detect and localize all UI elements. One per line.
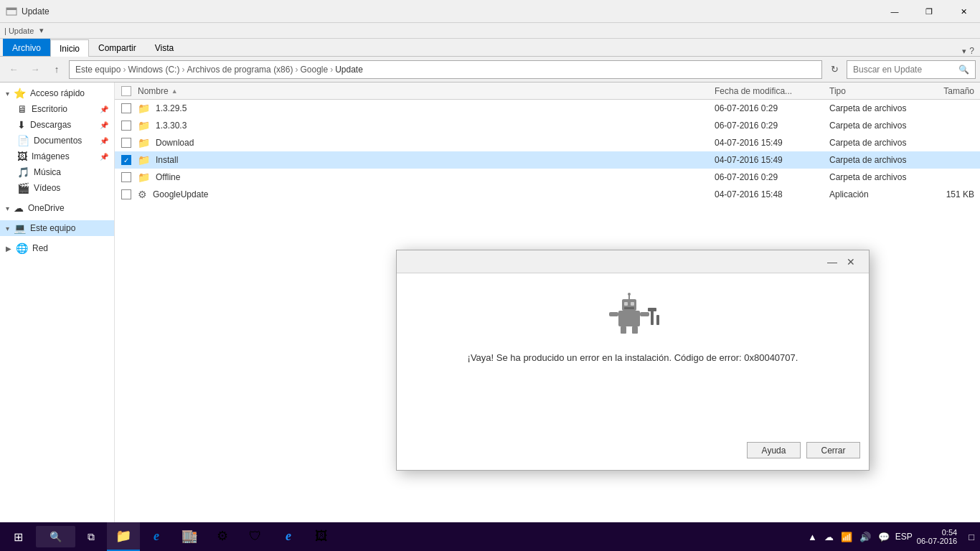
row3-checkbox[interactable]: [121, 138, 131, 148]
file-row-5[interactable]: 📁 Offline 06-07-2016 0:29 Carpeta de arc…: [115, 169, 980, 186]
file-row-1[interactable]: 📁 1.3.29.5 06-07-2016 0:29 Carpeta de ar…: [115, 100, 980, 117]
sidebar-item-red[interactable]: ▶ 🌐 Red: [0, 240, 114, 256]
sidebar-label-red: Red: [32, 243, 108, 253]
robot-mouth: [624, 307, 634, 309]
taskbar-app-settings[interactable]: ⚙: [206, 522, 239, 551]
taskbar-app-explorer[interactable]: 📁: [107, 522, 140, 551]
file-row-4[interactable]: ✓ 📁 Install 04-07-2016 15:49 Carpeta de …: [115, 151, 980, 169]
sidebar-item-descargas[interactable]: ⬇ Descargas 📌: [0, 117, 114, 133]
dialog-body: ¡Vaya! Se ha producido un error en la in…: [397, 273, 869, 470]
path-drive: Windows (C:): [128, 65, 179, 75]
taskbar-app-photos[interactable]: 🖼: [305, 522, 338, 551]
photos-icon: 🖼: [315, 529, 328, 544]
folder-icon-4: 📁: [138, 154, 150, 166]
help-button[interactable]: Ayuda: [747, 442, 801, 458]
sidebar-item-musica[interactable]: 🎵 Música: [0, 164, 114, 180]
window-icon: [6, 6, 17, 17]
sidebar-item-acceso-rapido[interactable]: ▾ ⭐ Acceso rápido: [0, 85, 114, 101]
star-icon: ⭐: [14, 88, 26, 99]
ribbon-help-icon[interactable]: ?: [969, 46, 974, 56]
row3-type: Carpeta de archivos: [826, 138, 920, 148]
dialog-minimize-button[interactable]: —: [823, 253, 842, 271]
error-dialog[interactable]: — ✕: [396, 250, 870, 471]
search-button[interactable]: 🔍: [36, 526, 75, 547]
back-button[interactable]: ←: [4, 60, 23, 79]
address-path[interactable]: Este equipo › Windows (C:) › Archivos de…: [69, 60, 822, 79]
ribbon-expand-icon[interactable]: ▾: [962, 47, 966, 56]
header-date[interactable]: Fecha de modifica...: [712, 86, 826, 96]
sidebar-item-imagenes[interactable]: 🖼 Imágenes 📌: [0, 149, 114, 164]
taskbar-app-bitdefender[interactable]: 🛡: [239, 522, 272, 551]
tray-action-center-icon[interactable]: □: [967, 530, 976, 544]
tray-expand-icon[interactable]: ▲: [806, 530, 819, 544]
forward-button[interactable]: →: [26, 60, 44, 79]
expand-arrow-onedrive-icon: ▾: [6, 204, 9, 212]
row2-date: 06-07-2016 0:29: [712, 121, 826, 131]
taskbar-app-ie[interactable]: e: [272, 522, 305, 551]
task-view-button[interactable]: ⧉: [75, 522, 107, 551]
row4-checkbox[interactable]: ✓: [121, 155, 131, 165]
task-view-icon: ⧉: [88, 531, 95, 543]
expand-arrow-equipo-icon: ▾: [6, 225, 9, 232]
maximize-button[interactable]: ❐: [913, 0, 946, 23]
tab-compartir[interactable]: Compartir: [89, 39, 146, 56]
sidebar-item-escritorio[interactable]: 🖥 Escritorio 📌: [0, 101, 114, 117]
taskbar-app-edge[interactable]: e: [140, 522, 173, 551]
row5-checkbox[interactable]: [121, 172, 131, 182]
header-checkbox[interactable]: [121, 86, 131, 96]
taskbar-app-store[interactable]: 🏬: [173, 522, 206, 551]
sidebar-item-onedrive[interactable]: ▾ ☁ OneDrive: [0, 200, 114, 216]
path-current: Update: [335, 65, 363, 75]
refresh-button[interactable]: ↻: [825, 60, 844, 79]
row4-date: 04-07-2016 15:49: [712, 155, 826, 165]
close-button[interactable]: ✕: [947, 0, 980, 23]
path-google: Google: [300, 65, 328, 75]
sidebar-item-este-equipo[interactable]: ▾ 💻 Este equipo: [0, 220, 114, 236]
file-row-2[interactable]: 📁 1.3.30.3 06-07-2016 0:29 Carpeta de ar…: [115, 117, 980, 134]
file-row-6[interactable]: ⚙ GoogleUpdate 04-07-2016 15:48 Aplicaci…: [115, 186, 980, 203]
title-bar: Update — ❐ ✕: [0, 0, 980, 23]
robot-antenna-top: [628, 293, 631, 296]
system-tray: ▲ ☁ 📶 🔊 💬 ESP 0:54 06-07-2016 □: [802, 528, 980, 545]
sort-arrow-icon: ▲: [171, 88, 178, 95]
folder-icon-2: 📁: [138, 120, 150, 131]
folder-icon-5: 📁: [138, 171, 150, 183]
tray-notifications-icon[interactable]: 💬: [877, 530, 891, 544]
store-icon: 🏬: [182, 528, 197, 544]
row3-name: Download: [156, 138, 194, 148]
settings-icon: ⚙: [217, 528, 228, 544]
ie-icon: e: [286, 529, 291, 544]
language-indicator[interactable]: ESP: [895, 532, 913, 542]
desktop-icon: 🖥: [17, 103, 27, 115]
sidebar-item-videos[interactable]: 🎬 Vídeos: [0, 180, 114, 196]
quick-access-dropdown-arrow[interactable]: ▾: [39, 26, 44, 35]
tray-volume-icon[interactable]: 🔊: [858, 530, 872, 544]
sidebar-item-documentos[interactable]: 📄 Documentos 📌: [0, 133, 114, 149]
header-type[interactable]: Tipo: [826, 86, 920, 96]
tray-network-icon[interactable]: 📶: [839, 530, 854, 544]
row6-size: 151 KB: [920, 189, 977, 199]
app-icon-6: ⚙: [138, 189, 147, 200]
computer-icon: 💻: [14, 222, 26, 234]
search-box[interactable]: 🔍: [847, 60, 976, 79]
file-row-3[interactable]: 📁 Download 04-07-2016 15:49 Carpeta de a…: [115, 134, 980, 151]
minimize-button[interactable]: —: [878, 0, 911, 23]
row1-checkbox[interactable]: [121, 103, 131, 113]
tab-vista[interactable]: Vista: [146, 39, 183, 56]
tray-clock[interactable]: 0:54 06-07-2016: [917, 528, 963, 545]
header-size[interactable]: Tamaño: [920, 86, 977, 96]
search-input[interactable]: [853, 65, 958, 75]
expand-arrow-red-icon: ▶: [6, 245, 11, 253]
up-button[interactable]: ↑: [47, 60, 66, 79]
dialog-close-button[interactable]: ✕: [842, 253, 860, 271]
row6-checkbox[interactable]: [121, 189, 131, 199]
tray-onedrive-icon[interactable]: ☁: [823, 530, 835, 544]
tab-archivo[interactable]: Archivo: [3, 39, 50, 56]
tab-inicio[interactable]: Inicio: [50, 39, 89, 57]
row2-checkbox[interactable]: [121, 121, 131, 131]
close-dialog-button[interactable]: Cerrar: [806, 442, 860, 458]
header-name[interactable]: Nombre ▲: [135, 86, 712, 96]
row1-date: 06-07-2016 0:29: [712, 103, 826, 113]
start-button[interactable]: ⊞: [0, 522, 36, 551]
row4-name: Install: [156, 155, 178, 165]
